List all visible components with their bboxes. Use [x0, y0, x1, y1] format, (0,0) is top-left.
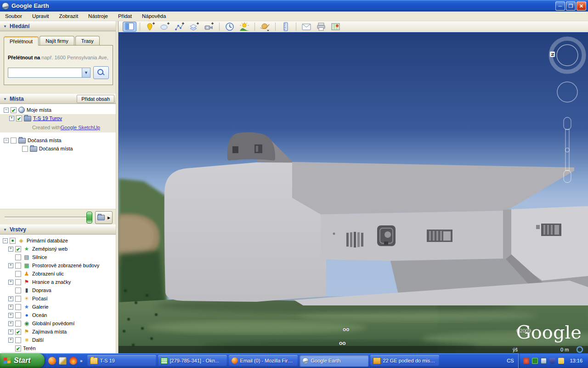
combo-dropdown-icon[interactable]: ▼	[82, 68, 90, 77]
search-input[interactable]	[8, 68, 82, 77]
expander[interactable]: −	[3, 238, 8, 243]
expander[interactable]: +	[8, 329, 13, 334]
language-indicator[interactable]: CS	[507, 358, 514, 363]
menu-nastroje[interactable]: Nástroje	[83, 12, 113, 20]
task-ge-document[interactable]: 22 GE podled do mist ...	[370, 355, 439, 367]
layer-globalni-povedomi[interactable]: + ◉ Globální povědomí	[0, 319, 116, 328]
sunlight-button[interactable]	[237, 22, 251, 32]
checkbox[interactable]	[11, 138, 17, 144]
checkbox[interactable]	[15, 296, 21, 302]
placemark-label[interactable]: oo	[343, 326, 350, 333]
tree-item-docasna-mista[interactable]: − Dočasná místa	[0, 136, 116, 144]
layer-silnice[interactable]: ▤ Silnice	[0, 253, 116, 261]
add-path-button[interactable]	[173, 22, 187, 32]
layer-ocean[interactable]: + ● Oceán	[0, 311, 116, 319]
checkbox[interactable]: ✔	[16, 115, 22, 121]
layer-3d-budovy[interactable]: + ▦ Prostorově zobrazené budovy	[0, 261, 116, 270]
checkbox[interactable]	[15, 263, 21, 269]
expander[interactable]: +	[8, 321, 13, 326]
notes-tray-icon[interactable]	[558, 358, 564, 364]
firefox-icon[interactable]	[48, 357, 56, 365]
layers-panel-header[interactable]: ▼ Vrstvy	[0, 224, 116, 235]
menu-upravit[interactable]: Upravit	[27, 12, 54, 20]
tree-item-docasna-mista-child[interactable]: Dočasná místa	[0, 144, 116, 153]
layer-dalsi[interactable]: + ■ Další	[0, 336, 116, 344]
minimize-button[interactable]: ─	[555, 1, 565, 11]
opacity-slider-track[interactable]	[5, 217, 87, 218]
layer-doprava[interactable]: ▮ Doprava	[0, 286, 116, 294]
expander[interactable]: −	[4, 138, 9, 143]
record-tour-button[interactable]	[202, 22, 216, 32]
add-image-overlay-button[interactable]	[187, 22, 201, 32]
menu-pridat[interactable]: Přidat	[113, 12, 137, 20]
network-tray-icon[interactable]	[541, 358, 547, 364]
layer-zajimava-mista[interactable]: + ✔ ⚑ Zajímavá místa	[0, 328, 116, 336]
layer-zobrazeni-ulic[interactable]: ♟ Zobrazení ulic	[0, 270, 116, 278]
planets-button[interactable]	[258, 22, 272, 32]
sketchup-link[interactable]: Google SketchUp	[61, 125, 100, 130]
snapshot-folder-button[interactable]: ▶	[95, 211, 113, 224]
menu-napoveda[interactable]: Nápověda	[137, 12, 171, 20]
tree-label-link[interactable]: T-S 19 Turov	[33, 115, 62, 121]
checkbox[interactable]: ✔	[11, 107, 17, 113]
checkbox[interactable]	[15, 279, 21, 285]
expander[interactable]: +	[8, 338, 13, 343]
add-placemark-button[interactable]	[143, 22, 157, 32]
menu-soubor[interactable]: Soubor	[0, 12, 27, 20]
earth-viewport[interactable]: oo oo ©2009 Google N	[119, 32, 588, 353]
checkbox[interactable]	[15, 337, 21, 343]
checkbox[interactable]	[15, 254, 21, 260]
collapse-triangle-icon[interactable]: ▼	[3, 97, 7, 101]
tab-fly-to[interactable]: Přelétnout	[4, 36, 39, 46]
layer-teren[interactable]: ✔ Terén	[0, 344, 116, 352]
placemark-label[interactable]: oo	[339, 340, 346, 346]
paint-tool-icon[interactable]	[59, 357, 67, 365]
search-combobox[interactable]: ▼	[8, 68, 90, 78]
search-button[interactable]	[93, 66, 109, 79]
checkbox[interactable]	[15, 321, 21, 327]
layer-galerie[interactable]: + ★ Galerie	[0, 303, 116, 311]
layer-primarni-databaze[interactable]: − ■ ◈ Primární databáze	[0, 236, 116, 245]
checkbox[interactable]: ✔	[15, 345, 21, 351]
layer-hranice-znacky[interactable]: + ⚑ Hranice a značky	[0, 278, 116, 286]
checkbox[interactable]	[15, 312, 21, 318]
flame-app-icon[interactable]	[69, 357, 77, 365]
expander[interactable]: −	[4, 108, 9, 113]
checkbox[interactable]	[15, 304, 21, 310]
tab-directions[interactable]: Trasy	[75, 36, 100, 45]
expander[interactable]: +	[9, 116, 14, 121]
historical-imagery-button[interactable]	[223, 22, 237, 32]
expander[interactable]: +	[8, 247, 13, 252]
tree-item-ts19-turov[interactable]: + ✔ T-S 19 Turov	[0, 114, 116, 122]
checkbox[interactable]	[15, 271, 21, 277]
expander[interactable]: +	[8, 313, 13, 318]
checkbox[interactable]	[22, 146, 28, 152]
overflow-chevron-icon[interactable]: »	[80, 358, 83, 363]
menu-zobrazit[interactable]: Zobrazit	[54, 12, 84, 20]
print-button[interactable]	[314, 22, 328, 32]
view-in-maps-button[interactable]	[329, 22, 343, 32]
start-button[interactable]: Start	[0, 353, 45, 368]
collapse-triangle-icon[interactable]: ▼	[3, 228, 7, 232]
shield-tray-icon[interactable]	[549, 358, 555, 364]
taskbar-clock[interactable]: 13:16	[570, 358, 582, 363]
expander[interactable]: +	[8, 280, 13, 285]
layer-zemepisny-web[interactable]: + ✔ ★ Zeměpisný web	[0, 245, 116, 253]
opacity-slider-thumb[interactable]	[86, 212, 92, 224]
ruler-button[interactable]	[279, 22, 293, 32]
green-grid-tray-icon[interactable]	[532, 358, 538, 364]
restore-button[interactable]: ❐	[566, 1, 576, 11]
expander[interactable]: +	[8, 263, 13, 268]
add-polygon-button[interactable]	[158, 22, 172, 32]
expander[interactable]: +	[8, 296, 13, 301]
task-messenger[interactable]: [279-785-341] - Okn...	[158, 355, 227, 367]
task-ts19[interactable]: T-S 19	[87, 355, 156, 367]
search-panel-header[interactable]: ▼ Hledání	[0, 21, 116, 31]
layer-pocasi[interactable]: + ☀ Počasí	[0, 294, 116, 303]
tree-item-moje-mista[interactable]: − ✔ Moje místa	[0, 106, 116, 114]
checkbox[interactable]: ✔	[15, 246, 21, 252]
add-content-button[interactable]: Přidat obsah	[77, 95, 114, 103]
email-button[interactable]	[300, 22, 313, 32]
collapse-triangle-icon[interactable]: ▼	[3, 24, 7, 29]
red-app-tray-icon[interactable]	[523, 358, 529, 364]
